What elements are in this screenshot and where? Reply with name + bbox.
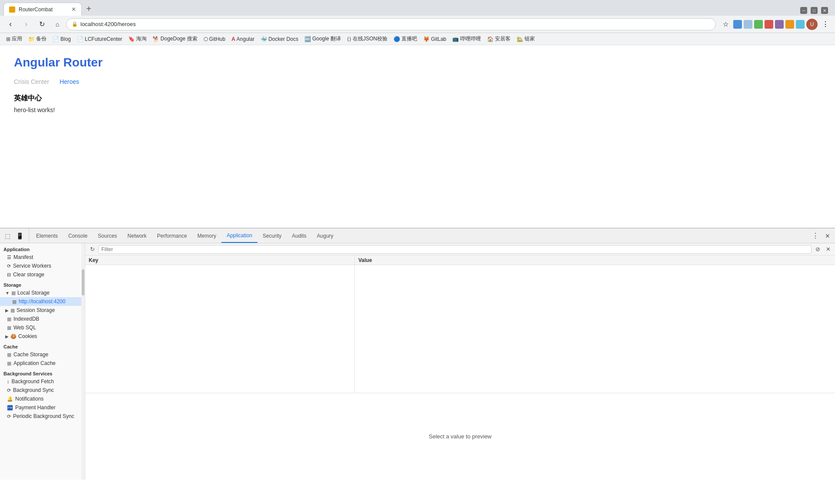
tab-augury[interactable]: Augury — [312, 230, 339, 243]
page-content: Angular Router Crisis Center Heroes 英雄中心… — [0, 45, 835, 228]
back-button[interactable]: ‹ — [3, 17, 17, 31]
notifications-icon: 🔔 — [7, 396, 13, 402]
sidebar-scrollbar[interactable] — [81, 243, 85, 480]
tab-network[interactable]: Network — [122, 230, 152, 243]
tab-application[interactable]: Application — [221, 229, 257, 243]
sidebar-item-periodic-background-sync[interactable]: ⟳ Periodic Background Sync — [0, 412, 85, 421]
sidebar-scrollbar-thumb[interactable] — [82, 269, 84, 295]
bookmark-bilibili[interactable]: 📺 哔哩哔哩 — [450, 34, 484, 43]
sidebar-item-manifest[interactable]: ☰ Manifest — [0, 253, 85, 262]
local-storage-grid-icon: ▦ — [11, 290, 16, 296]
bookmark-haitao[interactable]: 🔖 海淘 — [126, 34, 149, 43]
bookmarks-bar: ⊞ 应用 📁 备份 📄 Blog 📄 LCFutureCenter 🔖 海淘 🐕… — [0, 33, 835, 45]
bookmark-star-button[interactable]: ☆ — [719, 18, 731, 30]
sidebar-item-payment-handler[interactable]: 🏧 Payment Handler — [0, 403, 85, 412]
periodic-background-sync-icon: ⟳ — [7, 414, 11, 419]
bookmark-zhibo[interactable]: 🔵 直播吧 — [391, 34, 420, 43]
value-column-header: Value — [355, 255, 835, 265]
extension-icon-2 — [744, 20, 752, 29]
tab-sources[interactable]: Sources — [93, 230, 122, 243]
sidebar-item-background-fetch[interactable]: ↕ Background Fetch — [0, 377, 85, 386]
bookmark-backup[interactable]: 📁 备份 — [26, 34, 49, 43]
bookmark-lcfuture[interactable]: 📄 LCFutureCenter — [74, 35, 125, 43]
minimize-button[interactable]: ─ — [800, 7, 807, 14]
bookmark-gitlab[interactable]: 🦊 GitLab — [421, 35, 449, 43]
close-button[interactable]: ✕ — [821, 7, 828, 14]
sidebar-item-indexeddb[interactable]: ▦ IndexedDB — [0, 315, 85, 323]
tab-close-icon[interactable]: ✕ — [71, 6, 76, 13]
tab-memory[interactable]: Memory — [192, 230, 221, 243]
reload-button[interactable]: ↻ — [35, 17, 49, 31]
sidebar-item-application-cache[interactable]: ▦ Application Cache — [0, 359, 85, 368]
devtools-right-icons: ⋮ ✕ — [810, 229, 833, 243]
lock-icon: 🔒 — [72, 21, 78, 27]
tab-bar: RouterCombat ✕ + — [3, 3, 800, 16]
sidebar-item-web-sql[interactable]: ▦ Web SQL — [0, 323, 85, 332]
bookmark-json[interactable]: ⟨⟩ 在线JSON校验 — [344, 34, 390, 43]
tab-security[interactable]: Security — [257, 230, 287, 243]
bookmark-blog[interactable]: 📄 Blog — [50, 35, 73, 43]
sidebar-group-local-storage[interactable]: ▼ ▦ Local Storage — [0, 288, 85, 297]
key-column: Key — [85, 255, 355, 393]
profile-button[interactable]: U — [806, 19, 818, 30]
inspect-element-button[interactable]: ⬚ — [2, 230, 13, 242]
github-icon: ⬡ — [204, 36, 208, 42]
anju-icon: 🏠 — [487, 36, 494, 42]
device-toolbar-button[interactable]: 📱 — [14, 230, 25, 242]
sidebar-item-cache-storage[interactable]: ▦ Cache Storage — [0, 350, 85, 359]
heroes-link[interactable]: Heroes — [60, 78, 79, 85]
value-column-body — [355, 265, 835, 393]
tab-performance[interactable]: Performance — [152, 230, 192, 243]
bookmark-apps[interactable]: ⊞ 应用 — [3, 34, 25, 43]
value-column: Value — [355, 255, 835, 393]
active-tab[interactable]: RouterCombat ✕ — [3, 3, 82, 16]
devtools-panel: ⬚ 📱 Elements Console Sources Network Per… — [0, 228, 835, 480]
devtools-close-button[interactable]: ✕ — [822, 230, 833, 242]
tab-elements[interactable]: Elements — [31, 230, 63, 243]
url-text[interactable]: localhost:4200/heroes — [80, 21, 136, 27]
address-bar[interactable]: 🔒 localhost:4200/heroes — [66, 18, 716, 30]
sidebar-item-background-sync[interactable]: ⟳ Background Sync — [0, 386, 85, 395]
devtools-header: ⬚ 📱 Elements Console Sources Network Per… — [0, 229, 835, 243]
tab-audits[interactable]: Audits — [287, 230, 311, 243]
devtools-sidebar: Application ☰ Manifest ⟳ Service Workers… — [0, 243, 85, 480]
toolbar-right: ☆ U ⋮ — [719, 18, 832, 30]
doc2-icon: 📄 — [77, 36, 84, 42]
clear-filter-button[interactable]: ⊘ — [813, 245, 822, 254]
delete-storage-button[interactable]: ✕ — [824, 245, 832, 254]
new-tab-button[interactable]: + — [83, 3, 95, 15]
sidebar-item-localhost-4200[interactable]: ▦ http://localhost:4200 — [0, 297, 85, 306]
bookmark-docker[interactable]: 🐳 Docker Docs — [258, 35, 301, 43]
crisis-center-link[interactable]: Crisis Center — [14, 78, 49, 85]
bookmark-lianjia[interactable]: 🏡 链家 — [514, 34, 538, 43]
page-nav: Crisis Center Heroes — [14, 78, 821, 85]
filter-input[interactable] — [98, 245, 812, 254]
sidebar-item-notifications[interactable]: 🔔 Notifications — [0, 395, 85, 403]
bookmark-google-translate[interactable]: 🔤 Google 翻译 — [302, 34, 344, 43]
sidebar-item-clear-storage[interactable]: ⊟ Clear storage — [0, 270, 85, 279]
json-icon: ⟨⟩ — [347, 36, 351, 42]
sidebar-section-application: Application — [0, 243, 85, 253]
devtools-main-panel: ↻ ⊘ ✕ Key — [85, 243, 835, 480]
menu-button[interactable]: ⋮ — [819, 18, 832, 30]
extension-icon-7 — [796, 20, 805, 29]
bookmark-anju[interactable]: 🏠 安居客 — [484, 34, 513, 43]
refresh-storage-button[interactable]: ↻ — [88, 245, 97, 254]
storage-split: Key Value — [85, 255, 835, 393]
cache-storage-icon: ▦ — [7, 352, 11, 358]
sidebar-group-session-storage[interactable]: ▶ ▦ Session Storage — [0, 306, 85, 315]
devtools-tabs: Elements Console Sources Network Perform… — [31, 229, 810, 243]
localhost-grid-icon: ▦ — [12, 299, 17, 305]
forward-button[interactable]: › — [19, 17, 33, 31]
bookmark-dogedoge[interactable]: 🐕 DogeDoge 搜索 — [150, 34, 200, 43]
bookmark-angular[interactable]: A Angular — [229, 35, 257, 43]
devtools-more-button[interactable]: ⋮ — [810, 230, 821, 242]
web-sql-icon: ▦ — [7, 325, 11, 331]
lianjia-icon: 🏡 — [517, 36, 523, 42]
tab-console[interactable]: Console — [63, 230, 93, 243]
maximize-button[interactable]: □ — [811, 7, 818, 14]
sidebar-group-cookies[interactable]: ▶ 🍪 Cookies — [0, 332, 85, 341]
bookmark-github[interactable]: ⬡ GitHub — [201, 35, 228, 43]
sidebar-item-service-workers[interactable]: ⟳ Service Workers — [0, 262, 85, 270]
home-button[interactable]: ⌂ — [50, 17, 64, 31]
